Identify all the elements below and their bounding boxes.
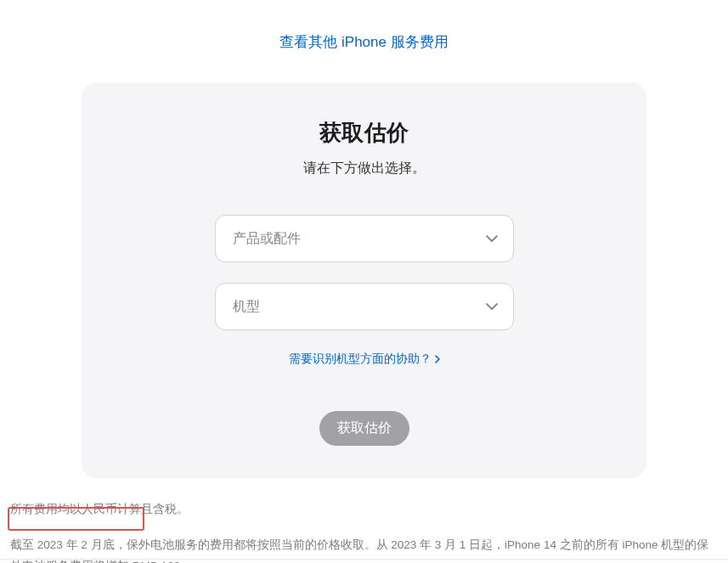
estimate-card: 获取估价 请在下方做出选择。 产品或配件 机型 需要识别机型方面的协助？ 获取估… (82, 82, 646, 478)
model-select[interactable]: 机型 (215, 283, 514, 330)
chevron-down-icon (486, 235, 498, 242)
product-accessory-select[interactable]: 产品或配件 (215, 215, 514, 262)
chevron-down-icon (486, 303, 498, 310)
help-link-text: 需要识别机型方面的协助？ (289, 352, 432, 367)
divider (0, 559, 728, 560)
model-placeholder: 机型 (233, 298, 260, 316)
product-accessory-placeholder: 产品或配件 (233, 230, 301, 248)
get-estimate-button[interactable]: 获取估价 (319, 411, 409, 446)
card-title: 获取估价 (116, 118, 612, 148)
chevron-right-icon (435, 352, 440, 366)
footnotes: 所有费用均以人民币计算且含税。 截至 2023 年 2 月底，保外电池服务的费用… (10, 498, 718, 563)
footnote-currency: 所有费用均以人民币计算且含税。 (10, 498, 718, 521)
other-service-fees-link[interactable]: 查看其他 iPhone 服务费用 (0, 0, 728, 52)
card-subtitle: 请在下方做出选择。 (116, 160, 612, 177)
identify-model-help-link[interactable]: 需要识别机型方面的协助？ (289, 352, 440, 367)
